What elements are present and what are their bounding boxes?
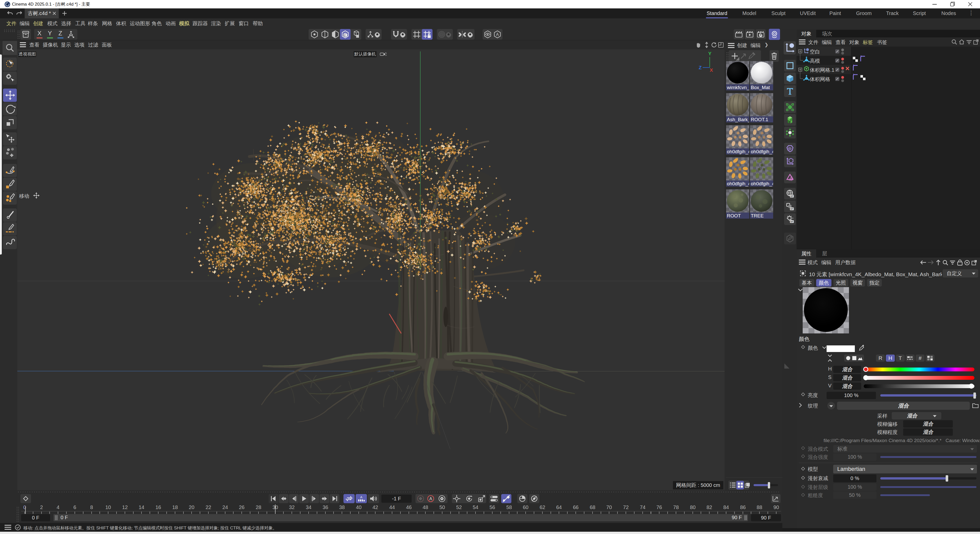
svg-text:Z: Z	[698, 65, 702, 70]
svg-text:ST: ST	[791, 195, 794, 198]
svg-text:A: A	[496, 32, 499, 37]
svg-text:X: X	[710, 67, 713, 73]
svg-text:ST: ST	[791, 220, 794, 223]
svg-text:Y: Y	[708, 51, 711, 56]
svg-text:A: A	[360, 495, 363, 499]
svg-text:A: A	[430, 497, 432, 501]
svg-text:ST: ST	[791, 208, 794, 210]
